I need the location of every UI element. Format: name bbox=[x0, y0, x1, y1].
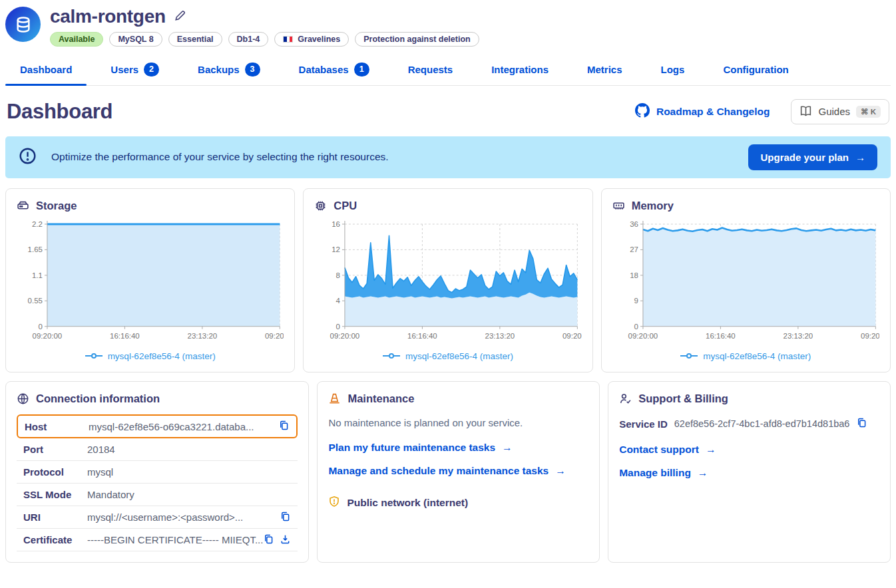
svg-text:23:13:20: 23:13:20 bbox=[188, 331, 218, 339]
copy-icon bbox=[856, 417, 867, 430]
svg-text:0: 0 bbox=[634, 323, 638, 331]
roadmap-changelog-link[interactable]: Roadmap & Changelog bbox=[631, 102, 774, 121]
service-id-value: 62ef8e56-2cf7-4bc1-afd8-ed7b14d81ba6 bbox=[674, 418, 850, 429]
port-row: Port 20184 bbox=[17, 438, 298, 461]
maintenance-card: Maintenance No maintenance is planned on… bbox=[317, 381, 600, 563]
users-count-badge: 2 bbox=[144, 63, 159, 76]
legend-marker-icon bbox=[383, 351, 400, 361]
network-label: Public network (internet) bbox=[347, 497, 468, 509]
engine-badge: MySQL 8 bbox=[109, 32, 162, 47]
protection-badge: Protection against deletion bbox=[355, 32, 479, 47]
maintenance-message: No maintenance is planned on your servic… bbox=[328, 417, 588, 428]
network-status: Public network (internet) bbox=[328, 496, 588, 510]
cpu-card: CPU 048121609:20:0016:16:4023:13:2009:20… bbox=[303, 188, 592, 373]
tab-databases[interactable]: Databases1 bbox=[284, 59, 384, 85]
storage-legend[interactable]: mysql-62ef8e56-4 (master) bbox=[17, 351, 284, 361]
support-title: Support & Billing bbox=[638, 392, 728, 405]
copy-service-id-button[interactable] bbox=[856, 417, 867, 430]
storage-icon bbox=[17, 200, 29, 212]
cpu-title: CPU bbox=[334, 200, 357, 212]
memory-chart: 0918273609:20:0016:16:4023:13:2009:20:00 bbox=[612, 218, 879, 351]
cpu-chart: 048121609:20:0016:16:4023:13:2009:20:00 bbox=[314, 218, 581, 351]
arrow-right-icon: → bbox=[706, 444, 716, 456]
storage-card: Storage 00.551.11.652.209:20:0016:16:402… bbox=[5, 188, 295, 373]
connection-title: Connection information bbox=[36, 392, 160, 405]
svg-text:09:20:00: 09:20:00 bbox=[265, 331, 284, 339]
svg-text:2.2: 2.2 bbox=[32, 220, 43, 228]
tab-dashboard[interactable]: Dashboard bbox=[5, 59, 87, 85]
copy-host-button[interactable] bbox=[278, 420, 290, 433]
svg-text:8: 8 bbox=[336, 271, 340, 279]
download-icon bbox=[280, 533, 291, 547]
guides-button[interactable]: Guides ⌘ K bbox=[791, 99, 889, 124]
memory-card: Memory 0918273609:20:0016:16:4023:13:200… bbox=[601, 188, 891, 373]
edit-name-button[interactable] bbox=[174, 9, 186, 24]
svg-text:1.65: 1.65 bbox=[28, 245, 43, 253]
traffic-cone-icon bbox=[328, 392, 341, 405]
svg-text:16: 16 bbox=[332, 220, 341, 228]
svg-text:4: 4 bbox=[336, 297, 341, 305]
badge-row: Available MySQL 8 Essential Db1-4 Gravel… bbox=[50, 32, 479, 47]
maintenance-title: Maintenance bbox=[347, 392, 414, 405]
arrow-right-icon: → bbox=[698, 467, 708, 479]
memory-legend[interactable]: mysql-62ef8e56-4 (master) bbox=[612, 351, 879, 361]
arrow-right-icon: → bbox=[555, 465, 566, 477]
host-row: Host mysql-62ef8e56-o69ca3221.databa... bbox=[17, 414, 298, 438]
tab-configuration[interactable]: Configuration bbox=[708, 59, 803, 85]
svg-text:1.1: 1.1 bbox=[32, 271, 43, 279]
cpu-legend[interactable]: mysql-62ef8e56-4 (master) bbox=[314, 351, 581, 361]
svg-text:12: 12 bbox=[332, 245, 341, 253]
tab-users[interactable]: Users2 bbox=[96, 59, 174, 85]
support-card: Support & Billing Service ID 62ef8e56-2c… bbox=[608, 381, 891, 563]
tab-metrics[interactable]: Metrics bbox=[572, 59, 637, 85]
plan-maintenance-link[interactable]: Plan my future maintenance tasks → bbox=[328, 442, 512, 454]
download-certificate-button[interactable] bbox=[280, 533, 291, 547]
status-badge: Available bbox=[50, 32, 103, 47]
svg-text:0: 0 bbox=[336, 323, 340, 331]
svg-text:09:20:00: 09:20:00 bbox=[330, 331, 360, 339]
flavor-badge: Db1-4 bbox=[228, 32, 269, 47]
book-icon bbox=[799, 104, 812, 119]
page: calm-rontgen Available MySQL 8 Essential… bbox=[0, 0, 896, 563]
charts-row: Storage 00.551.11.652.209:20:0016:16:402… bbox=[5, 188, 891, 373]
service-id-row: Service ID 62ef8e56-2cf7-4bc1-afd8-ed7b1… bbox=[619, 417, 879, 430]
service-title-block: calm-rontgen Available MySQL 8 Essential… bbox=[50, 7, 479, 47]
copy-uri-button[interactable] bbox=[280, 511, 291, 524]
tab-backups[interactable]: Backups3 bbox=[183, 59, 275, 85]
svg-text:18: 18 bbox=[630, 271, 638, 279]
info-row: Connection information Host mysql-62ef8e… bbox=[5, 381, 891, 563]
france-flag-icon bbox=[283, 36, 293, 43]
shortcut-badge: ⌘ K bbox=[856, 106, 881, 118]
upgrade-plan-button[interactable]: Upgrade your plan → bbox=[748, 144, 877, 170]
svg-text:0.55: 0.55 bbox=[28, 297, 43, 305]
backups-count-badge: 3 bbox=[245, 63, 260, 76]
memory-title: Memory bbox=[632, 200, 674, 212]
copy-icon bbox=[263, 533, 274, 547]
svg-text:09:20:00: 09:20:00 bbox=[562, 331, 581, 339]
svg-text:9: 9 bbox=[634, 297, 638, 305]
svg-text:16:16:40: 16:16:40 bbox=[706, 331, 736, 339]
tab-requests[interactable]: Requests bbox=[393, 59, 468, 85]
svg-text:16:16:40: 16:16:40 bbox=[110, 331, 140, 339]
service-id-label: Service ID bbox=[619, 418, 668, 430]
connection-rows: Host mysql-62ef8e56-o69ca3221.databa... … bbox=[17, 414, 298, 551]
storage-title: Storage bbox=[36, 200, 77, 212]
svg-text:23:13:20: 23:13:20 bbox=[485, 331, 515, 339]
info-banner: Optimize the performance of your service… bbox=[5, 136, 891, 178]
svg-text:09:20:00: 09:20:00 bbox=[33, 331, 63, 339]
pencil-icon bbox=[174, 14, 186, 24]
github-icon bbox=[635, 103, 650, 120]
manage-maintenance-link[interactable]: Manage and schedule my maintenance tasks… bbox=[328, 465, 565, 477]
svg-text:36: 36 bbox=[630, 220, 638, 228]
svg-text:09:20:00: 09:20:00 bbox=[861, 331, 879, 339]
svg-text:09:20:00: 09:20:00 bbox=[628, 331, 658, 339]
tab-integrations[interactable]: Integrations bbox=[477, 59, 563, 85]
svg-text:16:16:40: 16:16:40 bbox=[407, 331, 437, 339]
copy-certificate-button[interactable] bbox=[263, 533, 274, 547]
storage-chart: 00.551.11.652.209:20:0016:16:4023:13:200… bbox=[17, 218, 284, 351]
manage-billing-link[interactable]: Manage billing → bbox=[619, 467, 708, 479]
svg-text:0: 0 bbox=[39, 323, 43, 331]
certificate-row: Certificate -----BEGIN CERTIFICATE----- … bbox=[17, 529, 298, 551]
tab-logs[interactable]: Logs bbox=[646, 59, 700, 85]
contact-support-link[interactable]: Contact support → bbox=[619, 444, 716, 456]
